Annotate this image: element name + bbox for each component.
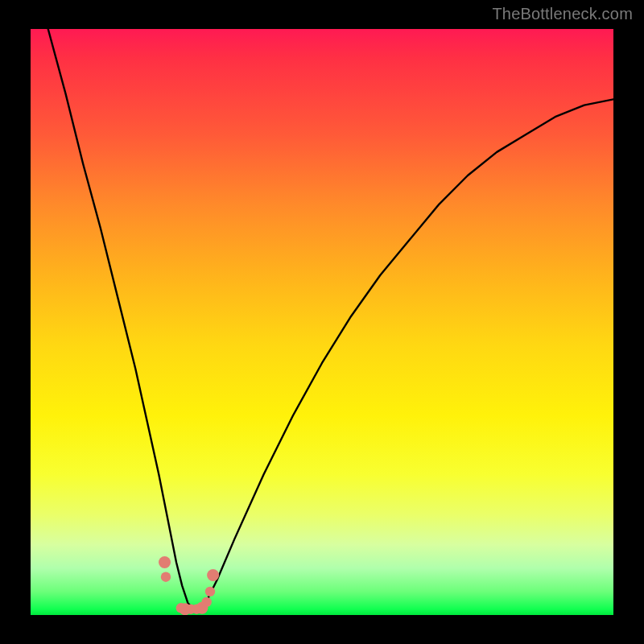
valley-marker-dot — [159, 556, 171, 568]
curve-layer — [31, 29, 613, 615]
valley-marker-dot — [201, 597, 211, 607]
chart-frame: TheBottleneck.com — [0, 0, 644, 644]
plot-area — [31, 29, 613, 615]
bottleneck-curve — [48, 29, 613, 609]
valley-marker-dot — [205, 587, 215, 597]
bottleneck-curve-path — [48, 29, 613, 609]
valley-markers — [159, 556, 219, 615]
valley-marker-dot — [161, 572, 171, 581]
watermark-text: TheBottleneck.com — [492, 5, 633, 23]
valley-marker-dot — [207, 569, 219, 581]
